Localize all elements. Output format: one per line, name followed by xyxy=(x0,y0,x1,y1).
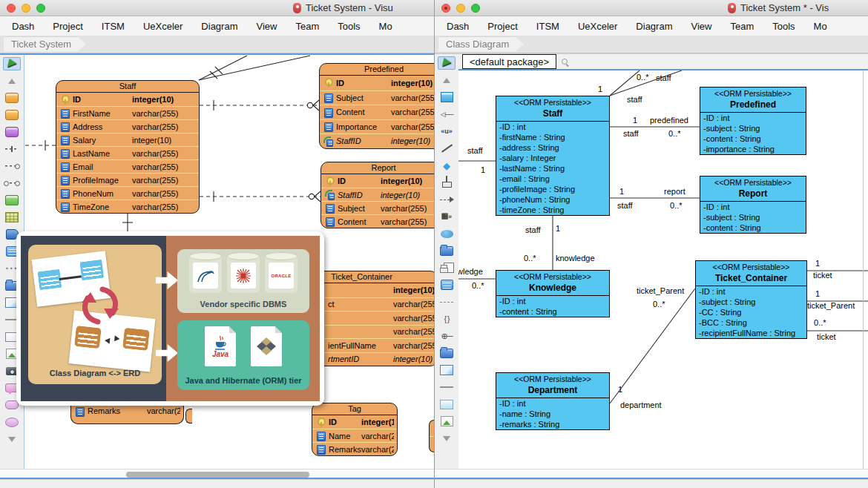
array-table-tool[interactable] xyxy=(3,211,21,224)
diagram-overview-tool[interactable] xyxy=(438,363,456,377)
menu-item[interactable]: Diagram xyxy=(201,21,237,32)
table-tool[interactable] xyxy=(3,194,21,207)
tab-ticket-system[interactable]: Ticket System xyxy=(4,37,86,52)
class-attribute[interactable]: -name : String xyxy=(496,409,609,419)
image-tool[interactable] xyxy=(438,415,456,428)
generalization-tool[interactable] xyxy=(438,108,456,121)
class-attribute[interactable]: -BCC : String xyxy=(696,317,806,328)
search-icon[interactable] xyxy=(562,59,568,65)
table-row[interactable]: TimeZone varchar(255) xyxy=(56,200,199,213)
horizontal-scrollbar[interactable] xyxy=(435,469,868,479)
entity-partial-bottom[interactable]: Remarks varchar(255) xyxy=(70,404,184,424)
many-to-many-relationship-tool[interactable] xyxy=(3,177,21,190)
table-row[interactable]: Address varchar(255) xyxy=(56,119,199,133)
view-tool[interactable] xyxy=(3,125,21,139)
class-tool[interactable] xyxy=(438,90,456,104)
dependency-tool[interactable] xyxy=(438,193,456,206)
class-attribute[interactable]: -recipientFullName : String xyxy=(696,328,806,338)
table-row[interactable]: Remarks varchar(255) xyxy=(312,442,397,455)
one-to-one-relationship-tool[interactable] xyxy=(3,142,21,156)
class-canvas[interactable]: <<ORM Persistable>>Staff -ID : int-first… xyxy=(458,70,868,469)
class-predefined[interactable]: <<ORM Persistable>>Predefined -ID : int-… xyxy=(700,87,806,155)
palette-scroll-down[interactable] xyxy=(3,432,21,446)
menu-item[interactable]: Dash xyxy=(12,21,34,32)
class-department[interactable]: <<ORM Persistable>>Department -ID : int-… xyxy=(496,372,610,430)
constraint-tool[interactable] xyxy=(438,312,456,326)
close-button[interactable] xyxy=(7,4,16,13)
containment-tool[interactable] xyxy=(438,176,456,189)
class-attribute[interactable]: -ID : int xyxy=(700,113,806,123)
class-attribute[interactable]: -timeZone : String xyxy=(496,205,609,215)
class-attribute[interactable]: -firstName : String xyxy=(496,132,609,142)
class-attribute[interactable]: -remarks : String xyxy=(496,419,609,429)
class-attribute[interactable]: -ID : int xyxy=(496,296,609,306)
class-report[interactable]: <<ORM Persistable>>Report -ID : int-subj… xyxy=(700,176,806,234)
menu-item[interactable]: Project xyxy=(53,21,82,32)
table-row[interactable]: ID integer(10) xyxy=(56,93,199,106)
class-attribute[interactable]: -importance : String xyxy=(700,144,806,154)
menu-item[interactable]: Dash xyxy=(447,21,469,32)
parent-entity-tool[interactable] xyxy=(3,108,21,122)
scrollbar-thumb[interactable] xyxy=(126,472,309,478)
aggregation-tool[interactable] xyxy=(438,159,456,172)
table-row[interactable]: Email varchar(255) xyxy=(56,159,199,173)
rectangle-tool[interactable] xyxy=(438,398,456,411)
tab-class-diagram[interactable]: Class Diagram xyxy=(438,37,524,52)
package-tool[interactable] xyxy=(438,244,456,257)
menu-item[interactable]: View xyxy=(256,21,277,32)
entity-tool[interactable] xyxy=(3,91,21,105)
menu-item[interactable]: View xyxy=(691,21,711,32)
table-row[interactable]: ID integer(10) xyxy=(312,415,397,429)
close-button[interactable] xyxy=(441,4,450,13)
class-attribute[interactable]: -CC : String xyxy=(696,307,806,317)
menu-item[interactable]: UeXceler xyxy=(143,21,183,32)
n-ary-association-tool[interactable] xyxy=(438,227,456,240)
class-attribute[interactable]: -ID : int xyxy=(496,398,609,409)
table-row[interactable]: PhoneNum varchar(255) xyxy=(56,186,199,200)
note-tool[interactable] xyxy=(438,278,456,291)
palette-scroll-up[interactable] xyxy=(3,74,21,88)
component-tool[interactable] xyxy=(438,261,456,274)
class-attribute[interactable]: -subject : String xyxy=(700,123,806,133)
dashed-line-tool[interactable] xyxy=(438,295,456,309)
menu-item[interactable]: Tools xyxy=(772,21,795,32)
class-attribute[interactable]: -ID : int xyxy=(700,202,806,212)
class-attribute[interactable]: -content : String xyxy=(700,133,806,144)
menu-item[interactable]: Team xyxy=(730,21,754,32)
class-attribute[interactable]: -lastName : String xyxy=(496,163,609,174)
menu-item[interactable]: ITSM xyxy=(102,21,125,32)
table-row[interactable]: FirstName varchar(255) xyxy=(56,106,199,119)
class-knowledge[interactable]: <<ORM Persistable>>Knowledge -ID : int-c… xyxy=(496,270,610,317)
association-tool[interactable] xyxy=(438,142,456,155)
cursor-tool[interactable] xyxy=(438,56,456,70)
table-row[interactable]: Content varchar(255) xyxy=(320,105,434,119)
ellipse-tool[interactable] xyxy=(3,415,21,429)
class-attribute[interactable]: -profileImage : String xyxy=(496,184,609,194)
class-attribute[interactable]: -email : String xyxy=(496,174,609,184)
class-staff[interactable]: <<ORM Persistable>>Staff -ID : int-first… xyxy=(496,96,610,216)
table-row[interactable]: StaffID integer(10) xyxy=(321,188,434,201)
one-to-many-relationship-tool[interactable] xyxy=(3,159,21,173)
menu-item[interactable]: Team xyxy=(295,21,319,32)
menu-item[interactable]: UeXceler xyxy=(578,21,617,32)
minimize-button[interactable] xyxy=(456,4,465,13)
entity-report[interactable]: Report ID integer(10) StaffID integer(10… xyxy=(320,162,434,228)
class-attribute[interactable]: -subject : String xyxy=(696,297,806,307)
table-row[interactable]: StaffID integer(10) xyxy=(320,133,434,148)
tool-divider[interactable] xyxy=(438,380,456,394)
minimize-button[interactable] xyxy=(22,4,30,13)
class-attribute[interactable]: -content : String xyxy=(496,306,609,317)
orm-promo-overlay[interactable]: Class Diagram <-> ERD xyxy=(16,231,324,406)
class-attribute[interactable]: -ID : int xyxy=(696,286,806,297)
class-attribute[interactable]: -ID : int xyxy=(496,122,609,132)
table-row[interactable]: ProfileImage varchar(255) xyxy=(56,173,199,186)
class-attribute[interactable]: -content : String xyxy=(700,222,806,233)
zoom-button[interactable] xyxy=(36,4,45,13)
table-row[interactable]: Subject varchar(255) xyxy=(321,201,434,214)
default-package-button[interactable]: <default package> xyxy=(462,54,556,69)
menu-item[interactable]: Tools xyxy=(338,21,360,32)
table-row[interactable]: Salary integer(10) xyxy=(56,133,199,146)
palette-scroll-up[interactable] xyxy=(438,73,456,87)
entity-tag[interactable]: Tag ID integer(10) Name varchar(255) Rem… xyxy=(312,403,398,456)
horizontal-scrollbar[interactable] xyxy=(0,469,434,479)
